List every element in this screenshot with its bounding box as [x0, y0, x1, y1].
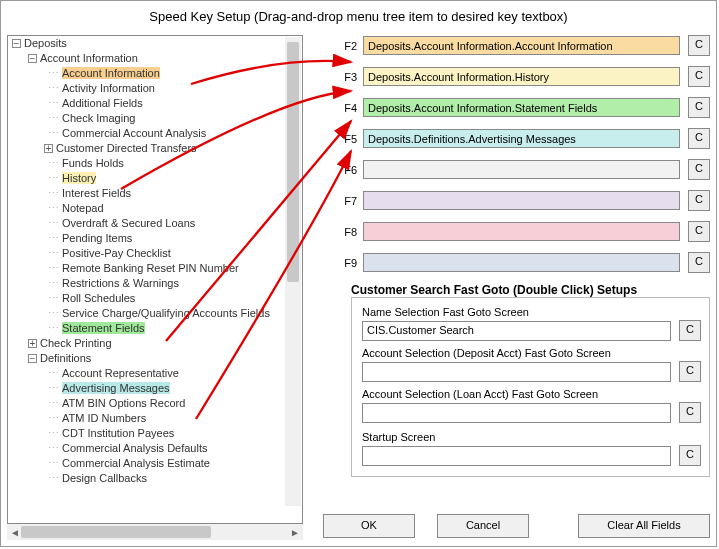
tree-horizontal-scrollbar[interactable]: ◄ ►	[7, 524, 303, 540]
startup-screen-input[interactable]	[362, 446, 671, 466]
key-label-f8: F8	[331, 226, 357, 238]
tree-item-commercial-analysis-estimate[interactable]: Commercial Analysis Estimate	[62, 457, 210, 469]
key-row-f2: F2 Deposits.Account Information.Account …	[331, 35, 710, 56]
clear-deposit-button[interactable]: C	[679, 361, 701, 382]
key-row-f3: F3 Deposits.Account Information.History …	[331, 66, 710, 87]
tree-item-atm-id-numbers[interactable]: ATM ID Numbers	[62, 412, 146, 424]
tree-item-notepad[interactable]: Notepad	[62, 202, 104, 214]
name-selection-label: Name Selection Fast Goto Screen	[362, 306, 701, 318]
clear-startup-button[interactable]: C	[679, 445, 701, 466]
clear-all-fields-button[interactable]: Clear All Fields	[578, 514, 710, 538]
tree-item-interest-fields[interactable]: Interest Fields	[62, 187, 131, 199]
tree-item-restrictions-warnings[interactable]: Restrictions & Warnings	[62, 277, 179, 289]
tree-item-additional-fields[interactable]: Additional Fields	[62, 97, 143, 109]
fast-goto-section-title: Customer Search Fast Goto (Double Click)…	[351, 283, 710, 297]
clear-key-button-f4[interactable]: C	[688, 97, 710, 118]
deposit-selection-input[interactable]	[362, 362, 671, 382]
key-row-f4: F4 Deposits.Account Information.Statemen…	[331, 97, 710, 118]
fast-goto-section: Name Selection Fast Goto Screen CIS.Cust…	[351, 297, 710, 477]
key-field-f2[interactable]: Deposits.Account Information.Account Inf…	[363, 36, 680, 55]
clear-key-button-f2[interactable]: C	[688, 35, 710, 56]
tree-item-positive-pay-checklist[interactable]: Positive-Pay Checklist	[62, 247, 171, 259]
key-field-f8[interactable]	[363, 222, 680, 241]
tree-group-definitions[interactable]: Definitions	[40, 352, 91, 364]
tree-item-account-representative[interactable]: Account Representative	[62, 367, 179, 379]
key-label-f9: F9	[331, 257, 357, 269]
key-row-f8: F8 C	[331, 221, 710, 242]
key-field-f7[interactable]	[363, 191, 680, 210]
key-row-f7: F7 C	[331, 190, 710, 211]
tree-item-funds-holds[interactable]: Funds Holds	[62, 157, 124, 169]
name-selection-input[interactable]: CIS.Customer Search	[362, 321, 671, 341]
menu-tree[interactable]: −Deposits −Account Information ⋯Account …	[7, 35, 303, 524]
tree-item-overdraft-secured-loans[interactable]: Overdraft & Secured Loans	[62, 217, 195, 229]
tree-group-account-info[interactable]: Account Information	[40, 52, 138, 64]
key-field-f3[interactable]: Deposits.Account Information.History	[363, 67, 680, 86]
tree-item-design-callbacks[interactable]: Design Callbacks	[62, 472, 147, 484]
clear-key-button-f8[interactable]: C	[688, 221, 710, 242]
tree-item-check-imaging[interactable]: Check Imaging	[62, 112, 135, 124]
clear-key-button-f6[interactable]: C	[688, 159, 710, 180]
key-label-f7: F7	[331, 195, 357, 207]
tree-item-atm-bin-options[interactable]: ATM BIN Options Record	[62, 397, 185, 409]
tree-item-advertising-messages[interactable]: Advertising Messages	[62, 382, 170, 394]
menu-tree-pane: −Deposits −Account Information ⋯Account …	[7, 35, 303, 540]
loan-selection-input[interactable]	[362, 403, 671, 423]
tree-item-roll-schedules[interactable]: Roll Schedules	[62, 292, 135, 304]
tree-root[interactable]: Deposits	[24, 37, 67, 49]
tree-item-service-charge-qualifying[interactable]: Service Charge/Qualifying Accounts Field…	[62, 307, 270, 319]
window-title: Speed Key Setup (Drag-and-drop menu tree…	[1, 1, 716, 30]
scroll-left-icon[interactable]: ◄	[9, 527, 21, 538]
key-field-f6[interactable]	[363, 160, 680, 179]
tree-item-pending-items[interactable]: Pending Items	[62, 232, 132, 244]
key-field-f9[interactable]	[363, 253, 680, 272]
tree-item-cdt-institution-payees[interactable]: CDT Institution Payees	[62, 427, 174, 439]
tree-item-customer-directed-transfers[interactable]: Customer Directed Transfers	[56, 142, 197, 154]
ok-button[interactable]: OK	[323, 514, 415, 538]
key-label-f5: F5	[331, 133, 357, 145]
clear-key-button-f3[interactable]: C	[688, 66, 710, 87]
tree-vertical-scrollbar[interactable]	[285, 37, 301, 506]
key-assignment-pane: F2 Deposits.Account Information.Account …	[303, 35, 710, 540]
cancel-button[interactable]: Cancel	[437, 514, 529, 538]
tree-item-commercial-account-analysis[interactable]: Commercial Account Analysis	[62, 127, 206, 139]
key-label-f3: F3	[331, 71, 357, 83]
loan-selection-label: Account Selection (Loan Acct) Fast Goto …	[362, 388, 701, 400]
key-label-f4: F4	[331, 102, 357, 114]
key-row-f9: F9 C	[331, 252, 710, 273]
clear-key-button-f7[interactable]: C	[688, 190, 710, 211]
tree-group-check-printing[interactable]: Check Printing	[40, 337, 112, 349]
speed-key-setup-window: Speed Key Setup (Drag-and-drop menu tree…	[0, 0, 717, 547]
key-row-f6: F6 C	[331, 159, 710, 180]
content-area: −Deposits −Account Information ⋯Account …	[7, 35, 710, 540]
key-label-f2: F2	[331, 40, 357, 52]
key-label-f6: F6	[331, 164, 357, 176]
tree-item-statement-fields[interactable]: Statement Fields	[62, 322, 145, 334]
clear-name-button[interactable]: C	[679, 320, 701, 341]
tree-item-history[interactable]: History	[62, 172, 96, 184]
clear-key-button-f5[interactable]: C	[688, 128, 710, 149]
startup-screen-label: Startup Screen	[362, 431, 701, 443]
key-field-f4[interactable]: Deposits.Account Information.Statement F…	[363, 98, 680, 117]
deposit-selection-label: Account Selection (Deposit Acct) Fast Go…	[362, 347, 701, 359]
tree-item-activity-information[interactable]: Activity Information	[62, 82, 155, 94]
key-row-f5: F5 Deposits.Definitions.Advertising Mess…	[331, 128, 710, 149]
scroll-right-icon[interactable]: ►	[289, 527, 301, 538]
key-field-f5[interactable]: Deposits.Definitions.Advertising Message…	[363, 129, 680, 148]
tree-item-account-information[interactable]: Account Information	[62, 67, 160, 79]
clear-key-button-f9[interactable]: C	[688, 252, 710, 273]
tree-item-remote-banking-reset-pin[interactable]: Remote Banking Reset PIN Number	[62, 262, 239, 274]
dialog-buttons: OK Cancel Clear All Fields	[323, 514, 710, 538]
clear-loan-button[interactable]: C	[679, 402, 701, 423]
tree-item-commercial-analysis-defaults[interactable]: Commercial Analysis Defaults	[62, 442, 208, 454]
